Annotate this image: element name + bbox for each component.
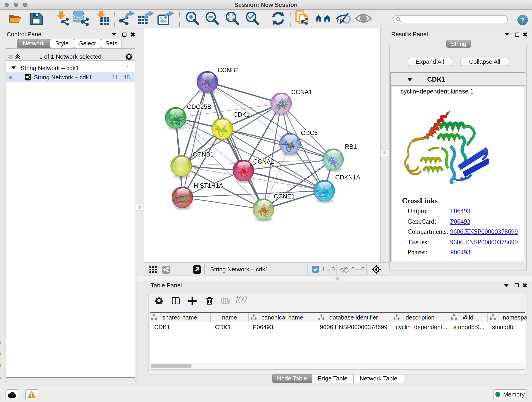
svg-text:CCNE1: CCNE1 <box>273 193 295 200</box>
svg-text:CDC6: CDC6 <box>301 129 317 136</box>
svg-text:RB1: RB1 <box>345 143 357 150</box>
svg-text:CDC25B: CDC25B <box>187 103 211 110</box>
svg-text:CDK1: CDK1 <box>233 111 249 118</box>
svg-text:CCNA1: CCNA1 <box>291 89 312 95</box>
svg-text:CDKN1A: CDKN1A <box>335 174 360 181</box>
svg-text:HIST1H1A: HIST1H1A <box>193 182 223 189</box>
svg-text:CCNA2: CCNA2 <box>253 158 274 165</box>
svg-text:CCNB1: CCNB1 <box>192 151 214 158</box>
svg-text:CCNB2: CCNB2 <box>217 66 239 73</box>
